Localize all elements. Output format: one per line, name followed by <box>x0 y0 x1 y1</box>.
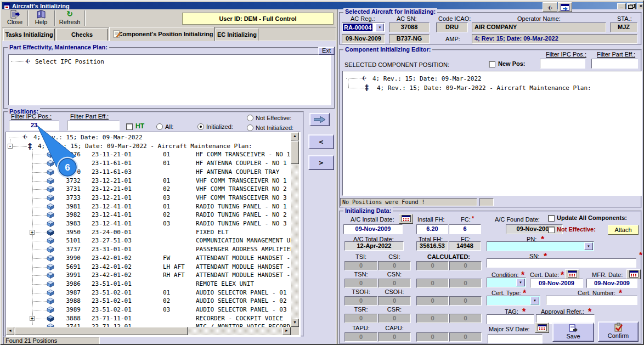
scroll-right-button[interactable]: ► <box>283 327 291 335</box>
tree-item-row[interactable]: 398923-51-02-0103AUDIO SELECTOR PANEL - … <box>6 306 291 314</box>
tree-expand-button[interactable]: + <box>30 316 35 321</box>
new-pos-checkbox[interactable] <box>489 61 495 67</box>
attach-button[interactable]: Attach <box>608 225 639 235</box>
move-left-button[interactable]: < <box>308 134 334 149</box>
tree-line <box>32 163 47 164</box>
tree-item-row[interactable]: 373223-12-21-0101VHF COMM TRANSCEIVER NO… <box>6 177 291 185</box>
tree-expand-button[interactable]: + <box>30 230 35 235</box>
save-button[interactable]: Save <box>552 323 594 342</box>
close-button[interactable]: Close <box>3 10 26 26</box>
not-effective-checkbox[interactable] <box>548 227 555 233</box>
tree-plan-row[interactable]: -‡4; Rev.: 15; Date: 09-Mar-2022 - Aircr… <box>6 142 291 150</box>
editor-tree[interactable]: ✈ 4; Rev.: 15; Date: 09-Mar-2022 ‡ 4; Re… <box>342 71 642 196</box>
radio-all[interactable] <box>156 123 163 130</box>
vertical-scrollbar[interactable]: ▲ ▼ <box>291 132 299 327</box>
help-button[interactable]: Help <box>30 10 53 26</box>
cert-number-input[interactable] <box>546 296 637 305</box>
ac-reg-combobox[interactable]: RA-00004 ▼ <box>342 22 385 32</box>
major-sv-date-field[interactable] <box>488 334 543 343</box>
ac-date-field: 09-Nov-2009 <box>342 34 385 44</box>
tree-item-row[interactable]: +388823-71-11-01RECORDER - COCKPIT VOICE <box>6 314 291 323</box>
tree-item-row[interactable]: 023-11-61-03HF ANTENNA COUPLER TRAY <box>6 168 291 176</box>
radio-initialized[interactable] <box>197 123 204 130</box>
mfr-date-field[interactable]: 09-Nov-2009 <box>586 279 637 288</box>
editor-filter-part-input[interactable] <box>591 59 638 69</box>
tree-item-row[interactable]: 398123-12-41-0101RADIO TUNING PANEL - NO… <box>6 202 291 211</box>
pn-dropdown-button[interactable]: ▼ <box>584 242 593 250</box>
cert-type-dropdown-button[interactable]: ▼ <box>530 297 539 304</box>
tab-checks-initializing[interactable]: Checks Initializing <box>56 29 108 41</box>
sn-input[interactable] <box>487 258 636 268</box>
item-description: AUDIO SELECTOR PANEL - 02 <box>196 297 287 304</box>
mfr-date-value: 09-Nov-2009 <box>594 280 630 286</box>
horizontal-scrollbar[interactable]: ◄ ► <box>6 327 291 335</box>
tree-item-row[interactable]: 373323-12-21-0103VHF COMM TRANSCEIVER NO… <box>6 194 291 202</box>
update-all-components-checkbox[interactable] <box>548 215 555 222</box>
tree-item-row[interactable]: 397623-11-21-0101HF COMM TRANSCEIVER - N… <box>6 150 291 159</box>
tree-root-row[interactable]: ✈4; Rev.: 15; Date: 09-Mar-2022 <box>6 133 291 142</box>
horizontal-scroll-thumb[interactable] <box>15 327 188 335</box>
major-sv-calendar-button[interactable] <box>535 323 549 333</box>
ac-reg-dropdown-button[interactable]: ▼ <box>376 24 384 31</box>
install-fc-field[interactable]: 6 <box>449 224 481 234</box>
tree-item-row[interactable]: 398223-12-41-0102RADIO TUNING PANEL - NO… <box>6 211 291 219</box>
cert-date-field[interactable]: 09-Nov-2009 <box>530 279 583 288</box>
radio-not-effective[interactable] <box>247 115 253 121</box>
editor-filter-ipc-input[interactable] <box>540 59 585 69</box>
ht-checkbox[interactable] <box>126 123 133 130</box>
item-description: PASSENGER ADDRESS AMPLIFIER <box>196 246 291 253</box>
part-effectivity-tree[interactable]: ✈ Select IPC Position <box>8 54 331 105</box>
tree-item-row[interactable]: 373723-31-01-01PASSENGER ADDRESS AMPLIFI… <box>6 245 291 253</box>
condition-combobox[interactable]: ▼ <box>487 278 526 287</box>
refresh-button[interactable]: ↻ Refresh <box>57 10 83 26</box>
tag-input[interactable] <box>487 314 534 324</box>
tree-collapse-button[interactable]: - <box>8 144 13 149</box>
tree-item-row[interactable]: 398823-51-02-0102AUDIO SELECTOR PANEL - … <box>6 297 291 305</box>
tree-item-row[interactable]: +395023-24-00-01FIXED ELT <box>6 228 291 236</box>
cert-date-calendar-button[interactable] <box>565 269 579 279</box>
toolbar-separator <box>84 10 86 26</box>
form-tool-button[interactable] <box>558 2 572 12</box>
filter-ipc-pos-input[interactable]: 23 <box>9 121 59 131</box>
tree-item-row[interactable]: 399123-42-01-02RH AFTATTENDANT MODULE HA… <box>6 271 291 279</box>
tree-item-row[interactable]: 23-11-61-0101HF ANTENNA COUPLER - NO 1 <box>6 159 291 167</box>
filter-part-eff-input[interactable] <box>67 121 120 131</box>
radio-not-initialized[interactable] <box>247 125 253 131</box>
condition-dropdown-button[interactable]: ▼ <box>516 279 525 286</box>
tree-item-row[interactable]: 398323-12-41-0103RADIO TUNING PANEL - NO… <box>6 219 291 228</box>
move-right-button[interactable]: > <box>308 155 334 170</box>
vertical-scroll-thumb[interactable] <box>291 141 299 164</box>
aircraft-tool-button[interactable]: ✈ <box>543 2 557 12</box>
install-fh-field[interactable]: 6.20 <box>416 224 448 234</box>
cert-type-combobox[interactable]: ▼ <box>487 296 540 306</box>
tree-item-row[interactable]: 374123-71-12-01MIC / MONITOR VOICE RECOR… <box>6 323 291 327</box>
editor-tree-plan[interactable]: 4; Rev.: 15; Date: 09-Mar-2022 - Aircraf… <box>377 84 591 92</box>
ac-install-calendar-button[interactable] <box>399 214 413 224</box>
ext-button[interactable]: Ext <box>318 47 335 55</box>
tree-line <box>9 138 21 138</box>
tree-item-row[interactable]: 510123-27-51-03COMMUNICATION MANAGEMENT … <box>6 236 291 245</box>
aircraft-icon: ✈ <box>361 75 366 82</box>
editor-tree-root[interactable]: 4; Rev.: 15; Date: 09-Mar-2022 <box>372 75 482 82</box>
positions-tree-list[interactable]: ✈4; Rev.: 15; Date: 09-Mar-2022-‡4; Rev.… <box>5 132 301 337</box>
ac-install-date-field[interactable]: 09-Nov-2009 <box>343 224 403 234</box>
scroll-up-button[interactable]: ▲ <box>291 132 299 140</box>
tree-item-row[interactable]: 399023-42-01-02FWATTENDANT MODULE HANDSE… <box>6 254 291 262</box>
select-ipc-position-node[interactable]: Select IPC Position <box>35 58 104 65</box>
transfer-to-editor-button[interactable] <box>309 113 330 126</box>
component-cube-icon <box>47 194 54 201</box>
mfr-date-calendar-button[interactable] <box>626 269 641 279</box>
pn-combobox[interactable]: ▼ <box>487 241 594 251</box>
tree-item-row[interactable]: 373123-12-21-0102VHF COMM TRANSCEIVER NO… <box>6 185 291 193</box>
scroll-left-button[interactable]: ◄ <box>6 327 14 335</box>
tab-tasks-initializing[interactable]: Tasks Initializing <box>3 29 55 41</box>
tree-item-row[interactable]: 398623-51-01-01REMOTE ELEX UNIT <box>6 280 291 288</box>
tree-item-row[interactable]: 398723-51-02-0101AUDIO SELECTOR PANEL - … <box>6 289 291 297</box>
confirm-button[interactable]: Confirm <box>598 321 639 342</box>
tab-components-position-initializing[interactable]: Component's Position Initializing <box>109 27 214 41</box>
tab-ec-initializing[interactable]: EC Initializing <box>216 29 258 41</box>
tree-item-row[interactable]: 569123-42-01-02LH AFTATTENDANT MODULE HA… <box>6 263 291 271</box>
item-description: RADIO TUNING PANEL - NO 2 <box>196 211 287 218</box>
scroll-down-button[interactable]: ▼ <box>291 319 299 327</box>
item-position: 03 <box>163 306 170 313</box>
